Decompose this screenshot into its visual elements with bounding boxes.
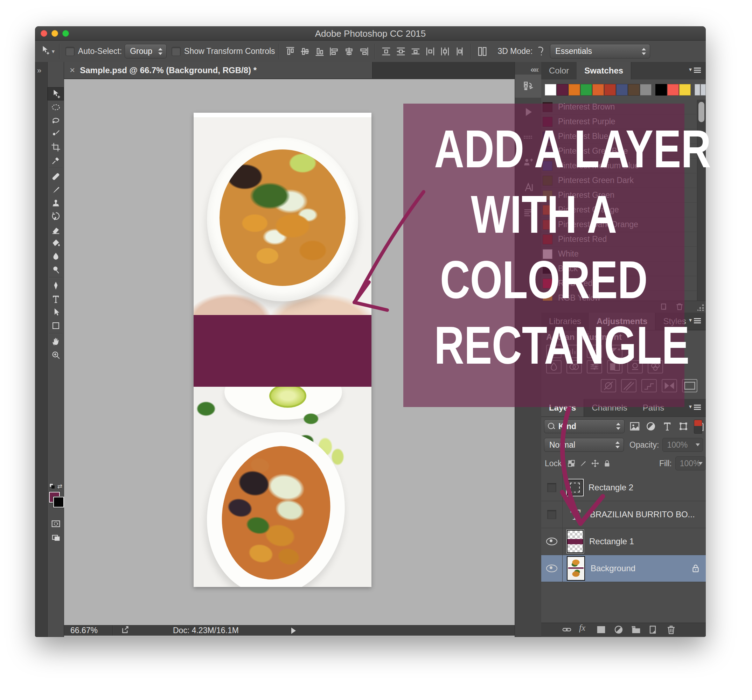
distribute-top-edges-icon[interactable]: [380, 45, 392, 57]
align-vertical-centers-icon[interactable]: [299, 45, 311, 57]
visibility-toggle[interactable]: [541, 501, 562, 528]
tab-channels[interactable]: Channels: [584, 399, 635, 416]
swatch-chip[interactable]: [640, 84, 651, 96]
new-layer-icon[interactable]: [648, 624, 660, 635]
channel-mixer-icon[interactable]: [648, 360, 663, 374]
auto-select-dropdown[interactable]: Group: [124, 44, 167, 59]
new-adjustment-layer-icon[interactable]: [613, 624, 625, 635]
magic-wand-tool[interactable]: [48, 127, 64, 140]
invert-icon[interactable]: [601, 379, 616, 392]
export-icon[interactable]: [121, 625, 130, 636]
pen-tool[interactable]: [48, 279, 64, 292]
color-balance-icon[interactable]: [587, 360, 602, 374]
distribute-spacing-icon[interactable]: [476, 45, 488, 57]
swatch-chip[interactable]: [592, 84, 604, 96]
swatch-chip[interactable]: [656, 84, 667, 96]
layer-row-rectangle-2[interactable]: Rectangle 2: [541, 474, 706, 501]
history-brush-tool[interactable]: [48, 210, 64, 223]
threshold-icon[interactable]: [642, 379, 657, 392]
swatch-scrollbar[interactable]: [697, 100, 706, 301]
move-tool-icon[interactable]: [40, 45, 50, 57]
filter-adjustment-layers-icon[interactable]: [645, 420, 657, 433]
collapse-panels-icon[interactable]: ««: [530, 65, 538, 75]
align-top-edges-icon[interactable]: [284, 45, 296, 57]
align-right-edges-icon[interactable]: [358, 45, 370, 57]
tab-paths[interactable]: Paths: [635, 399, 672, 416]
delete-layer-icon[interactable]: [666, 624, 678, 635]
lock-transparency-icon[interactable]: [567, 458, 576, 469]
swatch-chip[interactable]: [545, 84, 556, 96]
layers-panel-menu-icon[interactable]: [690, 404, 702, 412]
tab-layers[interactable]: Layers: [541, 399, 584, 416]
blend-mode-dropdown[interactable]: Normal: [544, 438, 624, 452]
tab-color[interactable]: Color: [541, 62, 576, 79]
swatch-chip[interactable]: [580, 84, 592, 96]
swatch-chip[interactable]: [701, 84, 706, 96]
curves-icon[interactable]: [587, 345, 602, 358]
actions-panel-icon[interactable]: [515, 101, 541, 124]
lock-pixels-icon[interactable]: [579, 458, 588, 469]
workspace-dropdown[interactable]: Essentials: [550, 44, 650, 59]
paragraph-panel-icon[interactable]: [515, 201, 541, 224]
crop-tool[interactable]: [48, 140, 64, 154]
fill-field[interactable]: 100%: [675, 456, 706, 470]
delete-swatch-icon[interactable]: [674, 302, 685, 311]
swatch-row[interactable]: Black: [541, 261, 706, 276]
align-left-edges-icon[interactable]: [328, 45, 340, 57]
swatch-chip[interactable]: [604, 84, 616, 96]
visibility-toggle[interactable]: [541, 528, 562, 555]
swap-colors-icon[interactable]: ⇄: [57, 483, 62, 490]
swatch-row[interactable]: Pinterest Green Dark: [541, 173, 706, 188]
document-canvas[interactable]: [194, 113, 371, 587]
hue-saturation-icon[interactable]: [566, 360, 582, 374]
filter-toggle-switch[interactable]: [694, 420, 702, 434]
opacity-field[interactable]: 100%: [662, 438, 703, 452]
layer-mask-icon[interactable]: [596, 624, 608, 635]
lock-all-icon[interactable]: [603, 458, 612, 469]
swatch-chip[interactable]: [628, 84, 640, 96]
swatch-row[interactable]: Pinterest Grey Blue: [541, 144, 706, 158]
layer-row-background[interactable]: Background: [541, 555, 706, 582]
lasso-tool[interactable]: [48, 114, 64, 127]
swatch-row[interactable]: Pinterest Green: [541, 188, 706, 203]
scrollbar-thumb[interactable]: [698, 102, 704, 122]
healing-brush-tool[interactable]: [48, 170, 64, 183]
character-panel-icon[interactable]: [515, 176, 541, 199]
distribute-vertical-centers-icon[interactable]: [395, 45, 407, 57]
layer-row-rectangle-1[interactable]: Rectangle 1: [541, 528, 706, 555]
swatch-chip[interactable]: [557, 84, 568, 96]
filter-pixel-layers-icon[interactable]: [629, 420, 641, 433]
new-swatch-icon[interactable]: [659, 302, 670, 311]
levels-icon[interactable]: [566, 345, 582, 358]
swatch-row[interactable]: Pinterest Brown: [541, 100, 706, 115]
link-layers-icon[interactable]: [562, 624, 573, 635]
lock-position-icon[interactable]: [590, 458, 600, 469]
swatch-chip[interactable]: [569, 84, 580, 96]
panel-resize-grip[interactable]: [698, 304, 704, 311]
visibility-toggle[interactable]: [541, 474, 562, 501]
close-document-icon[interactable]: ×: [70, 65, 75, 76]
filter-kind-dropdown[interactable]: Kind: [544, 419, 625, 433]
type-tool[interactable]: [48, 292, 64, 306]
quick-mask-button[interactable]: [48, 517, 64, 530]
swatch-chip[interactable]: [679, 84, 691, 96]
brightness-contrast-icon[interactable]: [546, 345, 562, 358]
swatch-chip[interactable]: [667, 84, 679, 96]
document-tab[interactable]: × Sample.psd @ 66.7% (Background, RGB/8)…: [64, 62, 373, 78]
dodge-tool[interactable]: [48, 263, 64, 276]
vibrance-icon[interactable]: [546, 360, 562, 374]
eyedropper-tool[interactable]: [48, 154, 64, 167]
clone-source-panel-icon[interactable]: [515, 151, 541, 174]
distribute-left-edges-icon[interactable]: [424, 45, 436, 57]
status-options-icon[interactable]: [291, 627, 296, 634]
tab-swatches[interactable]: Swatches: [576, 62, 631, 79]
toolbar-expand-icon[interactable]: »: [37, 66, 41, 75]
distribute-bottom-edges-icon[interactable]: [410, 45, 421, 57]
align-bottom-edges-icon[interactable]: [314, 45, 326, 57]
marquee-tool[interactable]: [48, 101, 64, 114]
blur-tool[interactable]: [48, 250, 64, 263]
tab-adjustments[interactable]: Adjustments: [589, 312, 656, 330]
move-tool[interactable]: [48, 87, 64, 101]
paint-bucket-tool[interactable]: [48, 236, 64, 250]
zoom-tool[interactable]: [48, 348, 64, 362]
